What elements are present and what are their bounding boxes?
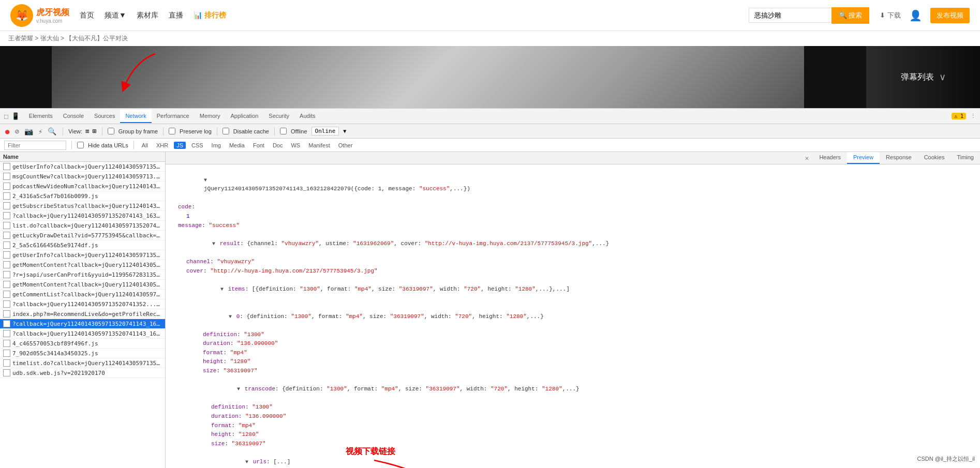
- request-item[interactable]: getMomentContent?callback=jQuery11240143…: [0, 260, 165, 270]
- offline-checkbox[interactable]: [280, 128, 287, 134]
- online-select[interactable]: Online: [311, 127, 339, 135]
- inspect-element-icon[interactable]: ⬚: [4, 112, 8, 120]
- inspector-tab-preview[interactable]: Preview: [847, 152, 880, 164]
- tab-performance[interactable]: Performance: [152, 110, 195, 123]
- breadcrumb-item-2[interactable]: 张大仙: [40, 35, 59, 42]
- request-type-icon: [3, 369, 10, 376]
- json-item-0[interactable]: ▼ 0: {definition: "1300", format: "mp4",…: [170, 303, 976, 330]
- nav-materials[interactable]: 素材库: [137, 11, 158, 20]
- preserve-log-checkbox[interactable]: [169, 128, 175, 134]
- json-message-key: message: "success": [170, 221, 976, 231]
- filter-input[interactable]: [4, 141, 66, 150]
- request-type-icon: [3, 173, 10, 180]
- request-item[interactable]: 2_5a5c6166456b5e9174df.js: [0, 240, 165, 250]
- filter-xhr[interactable]: XHR: [154, 142, 171, 149]
- devtools-menu-icon[interactable]: ⋮: [970, 113, 976, 119]
- request-item[interactable]: ?r=jsapi/userCanProfit&yyuid=11995672831…: [0, 270, 165, 280]
- filter-img[interactable]: Img: [209, 142, 224, 149]
- tab-elements[interactable]: Elements: [24, 110, 58, 123]
- request-item[interactable]: ?callback=jQuery11240143059713520741143_…: [0, 329, 165, 339]
- search-button[interactable]: 🔍 搜索: [831, 7, 870, 24]
- inspector-tab-headers[interactable]: Headers: [813, 152, 847, 164]
- group-by-frame-checkbox[interactable]: [108, 128, 114, 134]
- request-item[interactable]: ?callback=jQuery11240143059713520741352.…: [0, 299, 165, 309]
- request-item[interactable]: msgCountNew?callback=jQuery1124014305971…: [0, 172, 165, 182]
- tab-network[interactable]: Network: [120, 110, 151, 123]
- tab-memory[interactable]: Memory: [195, 110, 226, 123]
- json-transcode[interactable]: ▼ transcode: {definition: "1300", format…: [170, 376, 976, 403]
- filter-icon[interactable]: ⚡: [37, 126, 43, 137]
- toolbar-separator-2: [102, 127, 102, 135]
- filter-font[interactable]: Font: [250, 142, 267, 149]
- breadcrumb-item-1[interactable]: 王者荣耀: [8, 35, 33, 42]
- inspector-panel: ✕ Headers Preview Response Cookies Timin…: [166, 152, 980, 468]
- device-toolbar-icon[interactable]: 📱: [11, 112, 20, 120]
- disable-cache-checkbox[interactable]: [222, 128, 229, 134]
- avatar-action[interactable]: 👤: [909, 9, 922, 22]
- hide-data-urls-checkbox[interactable]: [77, 142, 84, 148]
- request-item[interactable]: index.php?m=RecommendLive&do=getProfileR…: [0, 309, 165, 319]
- nav-live[interactable]: 直播: [169, 11, 183, 20]
- tab-console[interactable]: Console: [58, 110, 89, 123]
- request-item[interactable]: 7_902d055c3414a3450325.js: [0, 349, 165, 358]
- tab-sources[interactable]: Sources: [89, 110, 120, 123]
- request-name: 2_5a5c6166456b5e9174df.js: [12, 242, 98, 249]
- filter-manifest[interactable]: Manifest: [306, 142, 333, 149]
- search-icon[interactable]: 🔍: [47, 126, 57, 137]
- request-item[interactable]: getMomentContent?callback=jQuery11240143…: [0, 280, 165, 290]
- filter-other[interactable]: Other: [336, 142, 355, 149]
- root-collapse-icon[interactable]: ▼: [204, 177, 207, 183]
- json-urls-key[interactable]: ▼ urls: [...]: [170, 448, 976, 468]
- request-item[interactable]: getCommentList?callback=jQuery1124014305…: [0, 290, 165, 299]
- preserve-log-label: Preserve log: [180, 128, 212, 134]
- capture-screenshot-icon[interactable]: 📷: [23, 126, 34, 137]
- request-item[interactable]: timelist.do?callback=jQuery1124014305971…: [0, 358, 165, 368]
- danmu-collapse-button[interactable]: ∨: [939, 71, 946, 83]
- json-root[interactable]: ▼ jQuery11240143059713520741143_16321284…: [170, 167, 976, 203]
- request-item[interactable]: ?callback=jQuery11240143059713520741143_…: [0, 319, 165, 329]
- request-item[interactable]: getUserInfo?callback=jQuery1124014305971…: [0, 162, 165, 172]
- json-result-key[interactable]: ▼ result: {channel: "vhuyawzry", ustime:…: [170, 230, 976, 258]
- inspector-tab-cookies[interactable]: Cookies: [918, 152, 951, 164]
- request-type-icon: [3, 320, 10, 327]
- request-name: 7_902d055c3414a3450325.js: [12, 350, 98, 357]
- tab-audits[interactable]: Audits: [294, 110, 321, 123]
- tab-application[interactable]: Application: [225, 110, 263, 123]
- request-item[interactable]: list.do?callback=jQuery11240143059713520…: [0, 221, 165, 231]
- nav-ranking[interactable]: 📊 排行榜: [194, 11, 226, 20]
- request-item[interactable]: 4_c465570053cbf89f496f.js: [0, 339, 165, 349]
- filter-ws[interactable]: WS: [288, 142, 303, 149]
- request-item[interactable]: getSubscribeStatus?callback=jQuery112401…: [0, 201, 165, 211]
- inspector-tab-response[interactable]: Response: [880, 152, 918, 164]
- search-bar: 🔍 搜索: [749, 7, 870, 24]
- tab-security[interactable]: Security: [263, 110, 294, 123]
- view-grid-icon[interactable]: ⊞: [93, 127, 97, 135]
- nav-home[interactable]: 首页: [80, 11, 94, 20]
- nav-channel[interactable]: 频道▼: [105, 11, 126, 20]
- filter-doc[interactable]: Doc: [270, 142, 286, 149]
- publish-button[interactable]: 发布视频: [930, 8, 970, 23]
- view-list-icon[interactable]: ≡: [85, 127, 90, 135]
- request-type-icon: [3, 330, 10, 337]
- request-item[interactable]: 2_4316a5c5af7b016b0099.js: [0, 191, 165, 201]
- search-input[interactable]: [749, 8, 831, 23]
- json-items[interactable]: ▼ items: [{definition: "1300", format: "…: [170, 276, 976, 303]
- json-height: height: "1280": [170, 357, 976, 367]
- inspector-tab-timing[interactable]: Timing: [951, 152, 980, 164]
- record-icon[interactable]: ●: [4, 126, 10, 137]
- close-inspector-button[interactable]: ✕: [801, 152, 813, 164]
- breadcrumb-item-3[interactable]: 【大仙不凡】公平对决: [66, 35, 128, 42]
- request-item[interactable]: podcastNewVideoNum?callback=jQuery112401…: [0, 182, 165, 191]
- clear-icon[interactable]: ⊘: [13, 126, 20, 137]
- download-action[interactable]: ⬇ 下载: [880, 11, 901, 20]
- throttle-dropdown-icon[interactable]: ▼: [343, 128, 346, 134]
- filter-media[interactable]: Media: [227, 142, 247, 149]
- request-item[interactable]: getUserInfo?callback=jQuery1124014305971…: [0, 250, 165, 260]
- request-item[interactable]: getLuckyDrawDetail?vid=577753945&callbac…: [0, 231, 165, 240]
- filter-all[interactable]: All: [139, 142, 151, 149]
- request-item[interactable]: udb.sdk.web.js?v=2021920170: [0, 368, 165, 378]
- filter-js[interactable]: JS: [174, 142, 186, 149]
- request-item[interactable]: ?callback=jQuery1124014305971352074143_1…: [0, 211, 165, 221]
- request-name: ?callback=jQuery1124014305971352074143_1…: [12, 213, 162, 219]
- filter-css[interactable]: CSS: [189, 142, 206, 149]
